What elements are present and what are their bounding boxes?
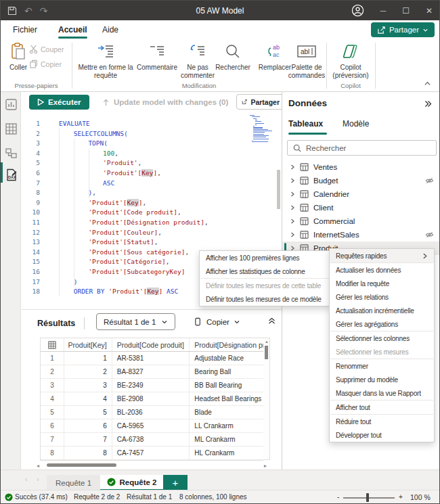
- tree-item-client[interactable]: Client: [282, 201, 440, 214]
- table-row[interactable]: 66CA-5965LL Crankarm: [41, 419, 263, 433]
- tab-requete-1[interactable]: Requête 1: [47, 475, 100, 490]
- update-model-button[interactable]: Update model with changes (0): [102, 95, 228, 110]
- chevron-right-icon[interactable]: [290, 178, 295, 183]
- new-query-button[interactable]: +: [163, 475, 188, 490]
- tree-item-commercial[interactable]: Commercial: [282, 214, 440, 228]
- table-icon: [300, 204, 309, 212]
- ribbon: Coller Couper Copier Presse-papiers Mett…: [1, 39, 439, 92]
- menu-item[interactable]: Actualisation incrémentielle: [330, 304, 434, 317]
- menu-item[interactable]: Définir toutes les mesures de ce modèle: [200, 292, 330, 306]
- zoom-slider-track[interactable]: [343, 497, 395, 499]
- svg-text:DAX: DAX: [8, 175, 16, 179]
- zoom-out-button[interactable]: -: [337, 493, 339, 501]
- tree-item-budget[interactable]: Budget: [282, 174, 440, 187]
- find-button[interactable]: Rechercher: [214, 41, 252, 72]
- paste-button[interactable]: Coller: [5, 41, 32, 72]
- copy-results-button[interactable]: Copier: [194, 313, 240, 330]
- zoom-slider-thumb[interactable]: [366, 493, 369, 502]
- command-palette-button[interactable]: abl Palette de commandes: [288, 41, 326, 80]
- report-view-icon[interactable]: [5, 99, 17, 110]
- menu-item[interactable]: Supprimer du modèle: [330, 373, 434, 386]
- chevron-down-icon: [234, 319, 240, 325]
- menu-item[interactable]: Actualiser les données: [330, 263, 434, 277]
- comment-button[interactable]: Commentaire: [136, 41, 178, 72]
- redo-icon[interactable]: ↷: [40, 5, 48, 16]
- copilot-button[interactable]: Copilot (préversion): [330, 41, 372, 80]
- table-row[interactable]: 33BE-2349BB Ball Bearing: [41, 379, 263, 392]
- chevron-right-icon[interactable]: [290, 205, 295, 210]
- close-button[interactable]: ✕: [426, 6, 433, 16]
- line-number: 17: [22, 277, 40, 288]
- uncomment-button[interactable]: Ne pas commenter: [178, 41, 217, 80]
- format-query-button[interactable]: Mettre en forme la requête: [76, 41, 135, 80]
- result-nav-dropdown[interactable]: Résultat 1 de 1: [96, 313, 175, 330]
- hidden-eye-icon: [425, 177, 434, 185]
- run-button[interactable]: Exécuter: [29, 95, 89, 110]
- copy-button[interactable]: Copier: [29, 60, 62, 68]
- menu-item[interactable]: Développer tout: [330, 428, 434, 442]
- code-line: 11'Produit'[Désignation produit],: [22, 218, 282, 228]
- menu-item[interactable]: Afficher les statistiques de colonne: [200, 265, 330, 278]
- table-row[interactable]: 11AR-5381Adjustable Race: [41, 352, 263, 365]
- chevron-right-icon[interactable]: [290, 219, 295, 224]
- data-panel-title: Données: [288, 98, 327, 108]
- tab-requete-2[interactable]: Requête 2: [100, 475, 163, 490]
- minimize-button[interactable]: ─: [380, 6, 387, 16]
- model-view-icon[interactable]: [5, 147, 17, 159]
- menu-item[interactable]: Sélectionner les colonnes: [330, 331, 434, 345]
- tab-modele[interactable]: Modèle: [343, 119, 369, 129]
- menu-accueil[interactable]: Accueil: [58, 20, 87, 39]
- results-vertical-scrollbar[interactable]: ▲: [263, 338, 270, 460]
- menu-item[interactable]: Afficher tout: [330, 400, 434, 414]
- zoom-in-button[interactable]: +: [399, 493, 403, 501]
- table-row[interactable]: 77CA-6738ML Crankarm: [41, 433, 263, 446]
- line-number: 5: [22, 158, 40, 168]
- ribbon-collapse-icon[interactable]: [424, 80, 431, 87]
- table-cell: 3: [64, 379, 112, 392]
- column-header[interactable]: Produit[Code produit]: [112, 338, 190, 351]
- maximize-button[interactable]: ☐: [402, 6, 410, 16]
- table-view-icon[interactable]: [5, 123, 17, 135]
- tree-item-ventes[interactable]: Ventes: [282, 160, 440, 174]
- tree-item-calendrier[interactable]: Calendrier: [282, 187, 440, 201]
- collapse-panel-icon[interactable]: [424, 99, 433, 108]
- column-header[interactable]: Produit[Désignation pro..: [190, 338, 263, 351]
- table-cell: CA-6738: [112, 433, 190, 446]
- results-pane: Résultats Résultat 1 de 1 Copier Produit…: [22, 310, 282, 469]
- menu-item[interactable]: Renommer: [330, 359, 434, 373]
- column-header[interactable]: Produit[Key]: [64, 338, 112, 351]
- tab-tableaux[interactable]: Tableaux: [288, 119, 323, 129]
- menu-fichier[interactable]: Fichier: [13, 20, 37, 39]
- menu-item[interactable]: Afficher les 100 premières lignes: [200, 251, 330, 265]
- collapse-results-icon[interactable]: [267, 316, 276, 325]
- cut-button[interactable]: Couper: [29, 45, 64, 53]
- results-horizontal-scrollbar[interactable]: ◂ ▸: [37, 463, 267, 468]
- menu-item[interactable]: Réduire tout: [330, 415, 434, 428]
- account-icon[interactable]: [351, 4, 364, 17]
- share-button-top[interactable]: Partager: [371, 22, 435, 37]
- menu-item[interactable]: Gérer les agrégations: [330, 317, 434, 331]
- chevron-right-icon[interactable]: [290, 164, 295, 170]
- tree-item-internetsales[interactable]: InternetSales: [282, 228, 440, 242]
- line-number: 3: [22, 139, 40, 149]
- undo-icon[interactable]: ↶: [24, 5, 32, 16]
- table-cell: 4: [64, 392, 112, 405]
- menu-item[interactable]: Requêtes rapides: [330, 249, 434, 262]
- menu-item[interactable]: Gérer les relations: [330, 290, 434, 304]
- dax-query-view-icon[interactable]: DAX: [5, 168, 17, 180]
- share-button-editor[interactable]: Partager: [236, 94, 282, 110]
- table-header-row: Produit[Key]Produit[Code produit]Produit…: [41, 338, 263, 352]
- search-input[interactable]: Rechercher: [287, 140, 437, 156]
- menu-aide[interactable]: Aide: [102, 20, 118, 39]
- save-icon[interactable]: [7, 6, 17, 16]
- tab-scroll-arrows[interactable]: ‹›: [25, 476, 49, 483]
- menu-item[interactable]: Modifier la requête: [330, 277, 434, 290]
- menu-item[interactable]: Masquer dans la vue Rapport: [330, 386, 434, 400]
- chevron-right-icon[interactable]: [290, 232, 295, 237]
- chevron-right-icon[interactable]: [290, 191, 295, 197]
- group-label-edit: Modification: [72, 82, 326, 89]
- table-row[interactable]: 22BA-8327Bearing Ball: [41, 365, 263, 379]
- table-row[interactable]: 44BE-2908Headset Ball Bearings: [41, 392, 263, 406]
- table-row[interactable]: 55BL-2036Blade: [41, 406, 263, 419]
- table-row[interactable]: 88CA-7457HL Crankarm: [41, 446, 263, 460]
